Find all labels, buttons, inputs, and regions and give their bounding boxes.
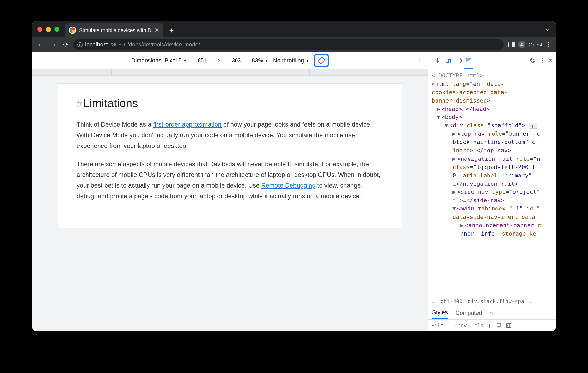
device-toggle-icon[interactable] <box>443 55 454 66</box>
dom-doctype: <!DOCTYPE html> <box>432 72 483 79</box>
devtools-more-icon[interactable]: ⋮ <box>539 57 546 64</box>
site-info-icon[interactable] <box>77 42 83 47</box>
more-tabs-icon[interactable]: » <box>490 310 492 316</box>
svg-point-0 <box>521 43 523 45</box>
tab-strip: Simulate mobile devices with D ✕ ＋ ⌄ <box>32 21 556 37</box>
minimize-window-button[interactable] <box>46 27 51 32</box>
forward-button[interactable]: → <box>48 39 59 50</box>
back-button[interactable]: ← <box>36 39 46 50</box>
caret-down-icon: ▼ <box>305 58 309 63</box>
tab-computed[interactable]: Computed <box>456 310 482 319</box>
svg-rect-7 <box>467 61 469 61</box>
inspect-element-icon[interactable] <box>431 55 442 66</box>
dom-main[interactable]: ▼<main tabindex="-1" id=" data-side-nav-… <box>432 204 554 221</box>
content-area: Dimensions: Pixel 5 ▼ × 83% ▼ No throttl… <box>32 52 556 331</box>
ruler <box>32 69 428 76</box>
browser-window: Simulate mobile devices with D ✕ ＋ ⌄ ← →… <box>32 21 556 331</box>
toolbar-right: Guest ⋮ <box>508 41 552 48</box>
side-panel-icon[interactable] <box>508 42 515 47</box>
dom-body[interactable]: ▼<body> <box>432 113 554 121</box>
throttling-dropdown[interactable]: No throttling ▼ <box>273 57 309 64</box>
crumb-1[interactable]: ght-400 <box>440 298 462 304</box>
dimensions-label: Dimensions: Pixel 5 <box>131 57 182 64</box>
elements-tab-icon[interactable] <box>463 55 474 66</box>
dom-head[interactable]: ▶<head>…</head> <box>432 105 554 113</box>
caret-down-icon: ▼ <box>265 58 268 63</box>
address-bar[interactable]: localhost:8080/docs/devtools/device-mode… <box>73 39 504 50</box>
device-frame-icon[interactable] <box>496 323 502 328</box>
rotate-button[interactable] <box>314 54 329 67</box>
dom-tree[interactable]: <!DOCTYPE html> <html lang="en" data- co… <box>428 69 556 296</box>
new-tab-button[interactable]: ＋ <box>166 25 177 36</box>
throttling-label: No throttling <box>273 57 304 64</box>
zoom-dropdown[interactable]: 83% ▼ <box>252 57 268 64</box>
crumbs-overflow-right[interactable]: … <box>529 298 533 304</box>
profile-label: Guest <box>529 42 542 48</box>
new-style-rule-icon[interactable]: + <box>488 322 492 329</box>
styles-toolbar: :hov .cls + <box>428 319 556 331</box>
device-toolbar-more-icon[interactable]: ⋮ <box>417 57 424 64</box>
page-heading: #Limitations <box>77 97 384 110</box>
url-host: localhost <box>85 41 108 48</box>
devtools-panel: ❯ ⋮ ✕ <!DOCTYPE html> <html lang="en" da… <box>428 52 556 331</box>
tab-title: Simulate mobile devices with D <box>79 27 151 33</box>
browser-menu-icon[interactable]: ⋮ <box>546 41 552 48</box>
profile-avatar-icon[interactable] <box>518 41 525 48</box>
styles-tabstrip: Styles Computed » <box>428 306 556 319</box>
toggle-sidebar-icon[interactable] <box>506 323 512 328</box>
page-content: #Limitations Think of Device Mode as a f… <box>58 83 402 228</box>
dom-side-nav[interactable]: ▶<side-nav type="project" t">…</side-nav… <box>432 188 554 204</box>
dimensions-dropdown[interactable]: Dimensions: Pixel 5 ▼ <box>131 57 187 64</box>
dom-top-nav[interactable]: ▶<top-nav role="banner" c block hairline… <box>432 130 554 155</box>
svg-rect-1 <box>318 57 325 64</box>
tab-styles[interactable]: Styles <box>432 309 448 320</box>
settings-icon[interactable] <box>527 55 538 66</box>
dom-announcement-banner[interactable]: ▶<announcement-banner c nner--info" stor… <box>432 221 554 238</box>
page-area: Dimensions: Pixel 5 ▼ × 83% ▼ No throttl… <box>32 52 428 331</box>
caret-down-icon: ▼ <box>183 58 187 63</box>
cls-toggle[interactable]: .cls <box>471 322 483 329</box>
breadcrumb-bar[interactable]: … ght-400 div.stack.flow-spa … <box>428 296 556 306</box>
dom-html: <html lang="en" data- cookies-accepted d… <box>432 81 507 104</box>
heading-text: Limitations <box>83 97 138 110</box>
crumb-2[interactable]: div.stack.flow-spa <box>468 298 524 304</box>
styles-filter-input[interactable] <box>431 322 446 329</box>
toolbar: ← → ⟳ localhost:8080/docs/devtools/devic… <box>32 37 556 52</box>
rotate-icon <box>317 57 325 64</box>
paragraph-1: Think of Device Mode as a first-order ap… <box>77 119 384 151</box>
height-input[interactable] <box>226 56 247 65</box>
url-path: /docs/devtools/device-mode/ <box>127 41 200 48</box>
device-viewport: #Limitations Think of Device Mode as a f… <box>32 76 428 331</box>
dimension-separator: × <box>218 57 221 64</box>
tabs-dropdown-icon[interactable]: ⌄ <box>545 26 550 32</box>
browser-tab[interactable]: Simulate mobile devices with D ✕ <box>65 23 163 37</box>
dom-navigation-rail[interactable]: ▶<navigation-rail role="n class="lg:pad-… <box>432 155 554 188</box>
dom-scaffold[interactable]: ▼<div class="scaffold"> gr <box>432 121 554 130</box>
zoom-value: 83% <box>252 57 263 64</box>
remote-debugging-link[interactable]: Remote Debugging <box>261 182 315 189</box>
close-window-button[interactable] <box>37 27 42 32</box>
url-port: :8080 <box>111 41 125 48</box>
paragraph-2: There are some aspects of mobile devices… <box>77 159 384 201</box>
separator <box>456 56 456 65</box>
separator <box>450 322 450 329</box>
reload-button[interactable]: ⟳ <box>61 39 71 50</box>
fullscreen-window-button[interactable] <box>54 27 59 32</box>
first-order-link[interactable]: first-order approximation <box>153 121 222 128</box>
svg-rect-8 <box>497 323 501 326</box>
width-input[interactable] <box>192 56 213 65</box>
svg-rect-6 <box>467 59 470 60</box>
crumbs-overflow-left[interactable]: … <box>432 298 435 304</box>
devtools-toolbar: ❯ ⋮ ✕ <box>428 52 556 69</box>
device-toolbar: Dimensions: Pixel 5 ▼ × 83% ▼ No throttl… <box>32 52 428 69</box>
window-controls <box>37 27 59 32</box>
close-tab-icon[interactable]: ✕ <box>155 27 159 34</box>
chevron-right-icon[interactable]: ❯ <box>459 58 463 63</box>
anchor-hash-icon[interactable]: # <box>77 98 82 109</box>
hov-toggle[interactable]: :hov <box>454 322 467 329</box>
devtools-close-icon[interactable]: ✕ <box>548 56 553 64</box>
chrome-favicon-icon <box>69 27 76 34</box>
